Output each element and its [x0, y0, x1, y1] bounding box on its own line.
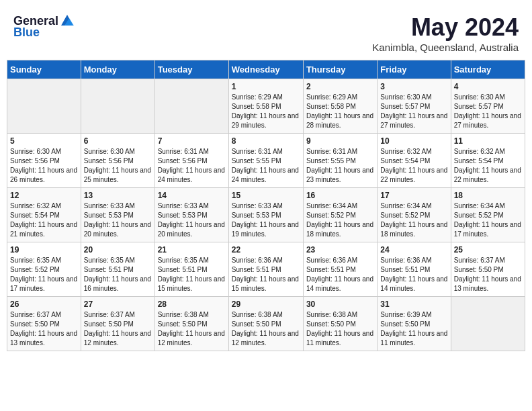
calendar-cell: [81, 79, 154, 134]
day-info: Sunrise: 6:30 AM Sunset: 5:57 PM Dayligh…: [454, 93, 522, 130]
day-number: 29: [232, 300, 300, 309]
weekday-header: Saturday: [451, 60, 525, 79]
calendar-cell: 31Sunrise: 6:39 AM Sunset: 5:50 PM Dayli…: [378, 297, 451, 351]
calendar-cell: 11Sunrise: 6:32 AM Sunset: 5:54 PM Dayli…: [451, 134, 525, 188]
calendar-cell: 7Sunrise: 6:31 AM Sunset: 5:56 PM Daylig…: [154, 134, 228, 188]
calendar-cell: 19Sunrise: 6:35 AM Sunset: 5:52 PM Dayli…: [7, 242, 81, 297]
calendar-cell: 20Sunrise: 6:35 AM Sunset: 5:51 PM Dayli…: [81, 242, 154, 297]
day-info: Sunrise: 6:36 AM Sunset: 5:51 PM Dayligh…: [232, 256, 300, 293]
day-number: 19: [10, 245, 78, 255]
day-number: 16: [306, 191, 374, 200]
day-info: Sunrise: 6:33 AM Sunset: 5:53 PM Dayligh…: [232, 201, 300, 239]
day-number: 31: [380, 300, 447, 309]
calendar-cell: 21Sunrise: 6:35 AM Sunset: 5:51 PM Dayli…: [154, 242, 228, 297]
calendar-cell: 26Sunrise: 6:37 AM Sunset: 5:50 PM Dayli…: [7, 297, 81, 351]
day-info: Sunrise: 6:29 AM Sunset: 5:58 PM Dayligh…: [232, 93, 300, 130]
day-info: Sunrise: 6:29 AM Sunset: 5:58 PM Dayligh…: [306, 93, 374, 130]
day-info: Sunrise: 6:35 AM Sunset: 5:52 PM Dayligh…: [10, 256, 78, 293]
calendar-cell: 5Sunrise: 6:30 AM Sunset: 5:56 PM Daylig…: [7, 134, 81, 188]
calendar-cell: 1Sunrise: 6:29 AM Sunset: 5:58 PM Daylig…: [228, 79, 303, 134]
day-number: 17: [380, 191, 447, 200]
weekday-header: Monday: [81, 60, 154, 79]
calendar-cell: 15Sunrise: 6:33 AM Sunset: 5:53 PM Dayli…: [228, 188, 303, 242]
calendar-cell: [7, 79, 81, 134]
day-info: Sunrise: 6:39 AM Sunset: 5:50 PM Dayligh…: [380, 310, 447, 348]
day-info: Sunrise: 6:34 AM Sunset: 5:52 PM Dayligh…: [380, 201, 447, 239]
day-info: Sunrise: 6:32 AM Sunset: 5:54 PM Dayligh…: [454, 147, 522, 185]
weekday-header: Sunday: [7, 60, 81, 79]
day-number: 26: [10, 300, 78, 309]
day-number: 3: [380, 82, 447, 91]
calendar-week-row: 26Sunrise: 6:37 AM Sunset: 5:50 PM Dayli…: [7, 297, 525, 351]
weekday-header: Tuesday: [154, 60, 228, 79]
calendar-cell: 10Sunrise: 6:32 AM Sunset: 5:54 PM Dayli…: [378, 134, 451, 188]
calendar-cell: 30Sunrise: 6:38 AM Sunset: 5:50 PM Dayli…: [303, 297, 377, 351]
day-number: 15: [232, 191, 300, 200]
calendar-header-row: SundayMondayTuesdayWednesdayThursdayFrid…: [7, 60, 525, 79]
day-number: 25: [454, 245, 522, 255]
day-number: 18: [454, 191, 522, 200]
logo-blue-text: Blue: [13, 26, 40, 40]
calendar-cell: 2Sunrise: 6:29 AM Sunset: 5:58 PM Daylig…: [303, 79, 377, 134]
title-area: May 2024 Kanimbla, Queensland, Australia: [372, 13, 519, 53]
calendar-cell: 18Sunrise: 6:34 AM Sunset: 5:52 PM Dayli…: [451, 188, 525, 242]
day-number: 9: [306, 136, 374, 146]
day-number: 11: [454, 136, 522, 146]
calendar-cell: 23Sunrise: 6:36 AM Sunset: 5:51 PM Dayli…: [303, 242, 377, 297]
day-info: Sunrise: 6:36 AM Sunset: 5:51 PM Dayligh…: [380, 256, 447, 293]
day-info: Sunrise: 6:35 AM Sunset: 5:51 PM Dayligh…: [158, 256, 226, 293]
day-info: Sunrise: 6:38 AM Sunset: 5:50 PM Dayligh…: [306, 310, 374, 348]
day-info: Sunrise: 6:37 AM Sunset: 5:50 PM Dayligh…: [84, 310, 152, 348]
day-info: Sunrise: 6:36 AM Sunset: 5:51 PM Dayligh…: [306, 256, 374, 293]
calendar-cell: 6Sunrise: 6:30 AM Sunset: 5:56 PM Daylig…: [81, 134, 154, 188]
day-info: Sunrise: 6:31 AM Sunset: 5:55 PM Dayligh…: [306, 147, 374, 185]
calendar-cell: 9Sunrise: 6:31 AM Sunset: 5:55 PM Daylig…: [303, 134, 377, 188]
day-number: 27: [84, 300, 152, 309]
day-number: 13: [84, 191, 152, 200]
calendar-cell: 14Sunrise: 6:33 AM Sunset: 5:53 PM Dayli…: [154, 188, 228, 242]
day-number: 2: [306, 82, 374, 91]
day-info: Sunrise: 6:30 AM Sunset: 5:56 PM Dayligh…: [84, 147, 152, 185]
calendar-table: SundayMondayTuesdayWednesdayThursdayFrid…: [7, 60, 525, 351]
calendar-cell: 3Sunrise: 6:30 AM Sunset: 5:57 PM Daylig…: [378, 79, 451, 134]
day-number: 20: [84, 245, 152, 255]
day-number: 23: [306, 245, 374, 255]
calendar-cell: [451, 297, 525, 351]
day-info: Sunrise: 6:33 AM Sunset: 5:53 PM Dayligh…: [84, 201, 152, 239]
day-number: 28: [158, 300, 226, 309]
day-info: Sunrise: 6:38 AM Sunset: 5:50 PM Dayligh…: [232, 310, 300, 348]
weekday-header: Thursday: [303, 60, 377, 79]
weekday-header: Friday: [378, 60, 451, 79]
day-info: Sunrise: 6:38 AM Sunset: 5:50 PM Dayligh…: [158, 310, 226, 348]
subtitle: Kanimbla, Queensland, Australia: [372, 42, 519, 53]
day-info: Sunrise: 6:30 AM Sunset: 5:57 PM Dayligh…: [380, 93, 447, 130]
calendar-week-row: 5Sunrise: 6:30 AM Sunset: 5:56 PM Daylig…: [7, 134, 525, 188]
weekday-header: Wednesday: [228, 60, 303, 79]
day-info: Sunrise: 6:37 AM Sunset: 5:50 PM Dayligh…: [454, 256, 522, 293]
calendar-cell: 4Sunrise: 6:30 AM Sunset: 5:57 PM Daylig…: [451, 79, 525, 134]
calendar-cell: 16Sunrise: 6:34 AM Sunset: 5:52 PM Dayli…: [303, 188, 377, 242]
day-info: Sunrise: 6:30 AM Sunset: 5:56 PM Dayligh…: [10, 147, 78, 185]
day-info: Sunrise: 6:34 AM Sunset: 5:52 PM Dayligh…: [454, 201, 522, 239]
day-number: 4: [454, 82, 522, 91]
day-info: Sunrise: 6:34 AM Sunset: 5:52 PM Dayligh…: [306, 201, 374, 239]
calendar-cell: 28Sunrise: 6:38 AM Sunset: 5:50 PM Dayli…: [154, 297, 228, 351]
calendar-cell: 24Sunrise: 6:36 AM Sunset: 5:51 PM Dayli…: [378, 242, 451, 297]
logo: General Blue: [13, 13, 75, 40]
day-number: 30: [306, 300, 374, 309]
day-info: Sunrise: 6:35 AM Sunset: 5:51 PM Dayligh…: [84, 256, 152, 293]
day-number: 8: [232, 136, 300, 146]
page-header: General Blue May 2024 Kanimbla, Queensla…: [7, 7, 525, 56]
calendar-week-row: 12Sunrise: 6:32 AM Sunset: 5:54 PM Dayli…: [7, 188, 525, 242]
day-number: 12: [10, 191, 78, 200]
day-number: 14: [158, 191, 226, 200]
day-number: 1: [232, 82, 300, 91]
day-info: Sunrise: 6:32 AM Sunset: 5:54 PM Dayligh…: [380, 147, 447, 185]
day-number: 22: [232, 245, 300, 255]
day-info: Sunrise: 6:37 AM Sunset: 5:50 PM Dayligh…: [10, 310, 78, 348]
logo-icon: [60, 13, 75, 28]
day-number: 24: [380, 245, 447, 255]
day-info: Sunrise: 6:33 AM Sunset: 5:53 PM Dayligh…: [158, 201, 226, 239]
calendar-cell: 27Sunrise: 6:37 AM Sunset: 5:50 PM Dayli…: [81, 297, 154, 351]
calendar-cell: 25Sunrise: 6:37 AM Sunset: 5:50 PM Dayli…: [451, 242, 525, 297]
